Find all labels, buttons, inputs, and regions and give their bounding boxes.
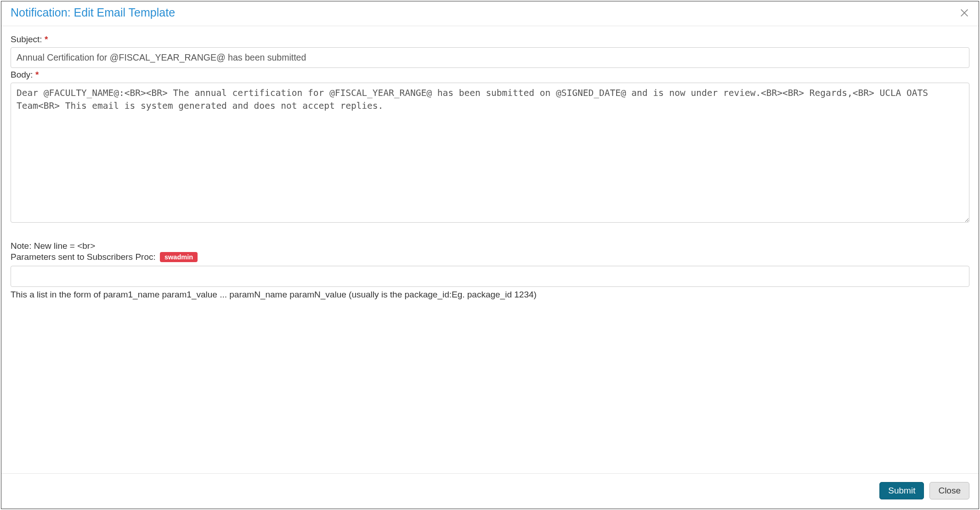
close-icon[interactable]	[959, 8, 969, 18]
subject-group: Subject: *	[11, 34, 969, 68]
params-help-text: This a list in the form of param1_name p…	[11, 290, 969, 300]
required-marker: *	[35, 70, 39, 79]
required-marker: *	[45, 34, 48, 44]
submit-button[interactable]: Submit	[879, 482, 924, 499]
body-label-text: Body:	[11, 70, 33, 79]
close-button[interactable]: Close	[929, 482, 969, 499]
modal-body: Subject: * Body: * Note: New line = <br>…	[1, 26, 979, 473]
subject-label-text: Subject:	[11, 34, 42, 44]
subject-label: Subject: *	[11, 34, 48, 45]
params-label-line: Parameters sent to Subscribers Proc: swa…	[11, 252, 969, 262]
swadmin-badge: swadmin	[160, 252, 198, 262]
body-textarea[interactable]	[11, 83, 969, 223]
modal-header: Notification: Edit Email Template	[1, 1, 979, 26]
body-label: Body: *	[11, 70, 39, 80]
subject-input[interactable]	[11, 47, 969, 68]
body-group: Body: *	[11, 70, 969, 223]
params-input[interactable]	[11, 266, 969, 286]
modal-footer: Submit Close	[1, 473, 979, 509]
params-label: Parameters sent to Subscribers Proc:	[11, 252, 156, 262]
modal-title: Notification: Edit Email Template	[11, 6, 175, 19]
edit-email-template-modal: Notification: Edit Email Template Subjec…	[1, 1, 979, 509]
note-text: Note: New line = <br>	[11, 241, 969, 251]
